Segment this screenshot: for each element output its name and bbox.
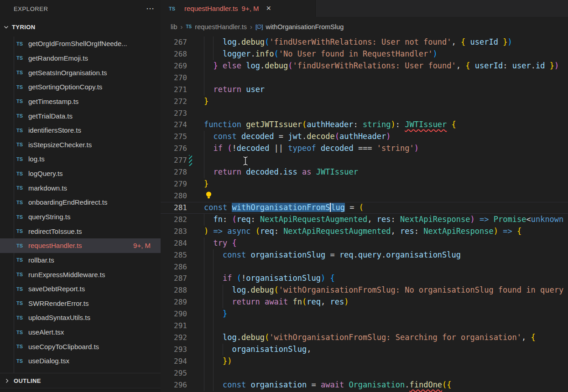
ts-icon: TS <box>16 228 28 234</box>
file-row[interactable]: TSlog.ts <box>0 152 161 166</box>
code-line[interactable]: 293 organisationSlug, <box>161 344 568 356</box>
indent-guide <box>204 261 204 273</box>
lightbulb-icon[interactable] <box>205 191 212 203</box>
code-line[interactable]: 276 if (!decoded || typeof decoded === '… <box>161 143 568 155</box>
code-line-text: const organisationSlug = req.query.organ… <box>204 249 461 261</box>
file-row[interactable]: TSonboardingEndRedirect.ts <box>0 195 161 210</box>
code-line[interactable]: 280 <box>161 190 568 202</box>
code-line[interactable]: 269 } else log.debug('findUserWithRelati… <box>161 60 568 72</box>
close-icon[interactable]: × <box>266 4 271 13</box>
tab-label: requestHandler.ts <box>184 5 238 12</box>
chevron-right-icon: › <box>250 23 252 31</box>
code-line[interactable]: 292 log.debug('withOrganisationFromSlug:… <box>161 332 568 344</box>
breadcrumb-item-lib[interactable]: lib <box>171 23 177 31</box>
file-row[interactable]: TSuseAlert.tsx <box>0 325 161 340</box>
breadcrumb-item-file[interactable]: requestHandler.ts <box>195 23 247 31</box>
code-line[interactable]: 284 try { <box>161 237 568 249</box>
ts-icon: TS <box>16 300 28 306</box>
file-row[interactable]: TSuseCopyToClipboard.ts <box>0 339 161 354</box>
code-line[interactable]: 272} <box>161 96 568 108</box>
symbol-variable-icon: [∅] <box>255 23 263 30</box>
code-line-text: return decoded.iss as JWTIssuer <box>204 166 358 178</box>
section-header-tyrion[interactable]: TYRION <box>0 20 161 34</box>
indent-guide <box>204 320 204 332</box>
file-row[interactable]: TSidentifiersStore.ts <box>0 123 161 138</box>
line-number: 267 <box>161 36 187 48</box>
more-actions-icon[interactable]: ⋯ <box>146 6 154 11</box>
file-row[interactable]: TSuploadSyntaxUtils.ts <box>0 310 161 325</box>
file-row[interactable]: TSredirectToIssue.ts <box>0 224 161 238</box>
code-line-text: if (!organisationSlug) { <box>204 273 335 284</box>
code-line[interactable]: 287 if (!organisationSlug) { <box>161 273 568 284</box>
file-row[interactable]: TSqueryString.ts <box>0 210 161 224</box>
line-number: 281 <box>161 202 187 213</box>
code-line[interactable]: 274function getJWTIssuer(authHeader: str… <box>161 119 568 131</box>
file-list: TSgetOrgIdFromShellOrgIfNeede...TSgetRan… <box>0 36 161 373</box>
line-number: 282 <box>161 214 187 226</box>
ts-icon: TS <box>16 55 28 61</box>
file-row[interactable]: TSgetSortingOptionCopy.ts <box>0 80 161 94</box>
code-line[interactable]: 283) => async (req: NextApiRequestAugmen… <box>161 226 568 237</box>
code-line[interactable]: 285 const organisationSlug = req.query.o… <box>161 249 568 261</box>
breadcrumb-item-symbol[interactable]: withOrganisationFromSlug <box>266 23 344 31</box>
indent-guide <box>213 379 214 391</box>
code-line[interactable]: 290 } <box>161 308 568 320</box>
code-editor[interactable]: 267 log.debug('findUserWithRelations: Us… <box>161 36 568 392</box>
line-number: 268 <box>161 48 187 60</box>
file-label: getTrialData.ts <box>28 112 73 120</box>
code-line[interactable]: 277 <box>161 155 568 166</box>
file-row[interactable]: TSgetRandomEmoji.ts <box>0 51 161 66</box>
indent-guide <box>204 60 204 72</box>
file-label: getSeatsInOrganisation.ts <box>28 69 107 77</box>
code-line-text: try { <box>204 237 237 249</box>
code-line[interactable]: 281const withOrganisationFromSlug = ( <box>161 202 568 214</box>
file-row[interactable]: TSSWRRenderError.ts <box>0 296 161 311</box>
code-line[interactable]: 296 const organisation = await Organisat… <box>161 379 568 391</box>
code-line[interactable]: 278 return decoded.iss as JWTIssuer <box>161 166 568 178</box>
code-line[interactable]: 279} <box>161 178 568 190</box>
indent-guide <box>213 36 214 48</box>
code-line[interactable]: 275 const decoded = jwt.decode(authHeade… <box>161 131 568 143</box>
file-row[interactable]: TSgetTrialData.ts <box>0 108 161 123</box>
ts-icon: TS <box>16 272 28 277</box>
indent-guide <box>204 84 204 96</box>
chevron-right-icon: › <box>181 23 183 31</box>
tab-badge: 9+, M <box>242 5 259 12</box>
file-row[interactable]: TSuseDialog.tsx <box>0 354 161 368</box>
outline-section-header[interactable]: OUTLINE <box>0 373 161 388</box>
file-row[interactable]: TSmarkdown.ts <box>0 181 161 195</box>
file-row[interactable]: TSsaveDebtReport.ts <box>0 282 161 296</box>
tab-requesthandler[interactable]: TS requestHandler.ts 9+, M × <box>161 0 316 17</box>
code-line[interactable]: 291 <box>161 320 568 332</box>
code-line[interactable]: 270 <box>161 72 568 84</box>
file-row[interactable]: TSlogQuery.ts <box>0 166 161 181</box>
explorer-sidebar: EXPLORER ⋯ TYRION TSgetOrgIdFromShellOrg… <box>0 0 161 392</box>
code-line[interactable]: 271 return user <box>161 84 568 96</box>
line-number: 273 <box>161 108 187 119</box>
file-row[interactable]: TSrequestHandler.ts9+, M <box>0 238 161 253</box>
file-label: identifiersStore.ts <box>28 126 81 134</box>
code-line[interactable]: 273 <box>161 108 568 119</box>
code-line[interactable]: 286 <box>161 261 568 273</box>
ts-icon: TS <box>16 41 28 46</box>
file-row[interactable]: TSgetOrgIdFromShellOrgIfNeede... <box>0 36 161 51</box>
code-line[interactable]: 282 fn: (req: NextApiRequestAugmented, r… <box>161 214 568 226</box>
code-line[interactable]: 294 }) <box>161 356 568 367</box>
code-line[interactable]: 289 return await fn(req, res) <box>161 296 568 308</box>
indent-guide <box>204 273 204 284</box>
indent-guide <box>204 36 204 48</box>
file-row[interactable]: TSgetSeatsInOrganisation.ts <box>0 65 161 80</box>
file-row[interactable]: TSisStepsizeChecker.ts <box>0 137 161 152</box>
file-row[interactable]: TSrunExpressMiddleware.ts <box>0 267 161 282</box>
code-line[interactable]: 288 log.debug('withOrganisationFromSlug:… <box>161 284 568 296</box>
file-row[interactable]: TSrollbar.ts <box>0 253 161 268</box>
code-line[interactable]: 267 log.debug('findUserWithRelations: Us… <box>161 36 568 48</box>
code-line[interactable]: 295 <box>161 367 568 379</box>
code-line[interactable]: 268 logger.info('No User found in Reques… <box>161 48 568 60</box>
file-row[interactable]: TSgetTimestamp.ts <box>0 94 161 109</box>
ts-icon: TS <box>16 286 28 292</box>
code-line-text: function getJWTIssuer(authHeader: string… <box>204 119 456 131</box>
line-number: 295 <box>161 367 187 379</box>
indent-guide <box>204 344 204 356</box>
file-row[interactable]: TSuseDialogBoxButtons.tsx <box>0 368 161 373</box>
